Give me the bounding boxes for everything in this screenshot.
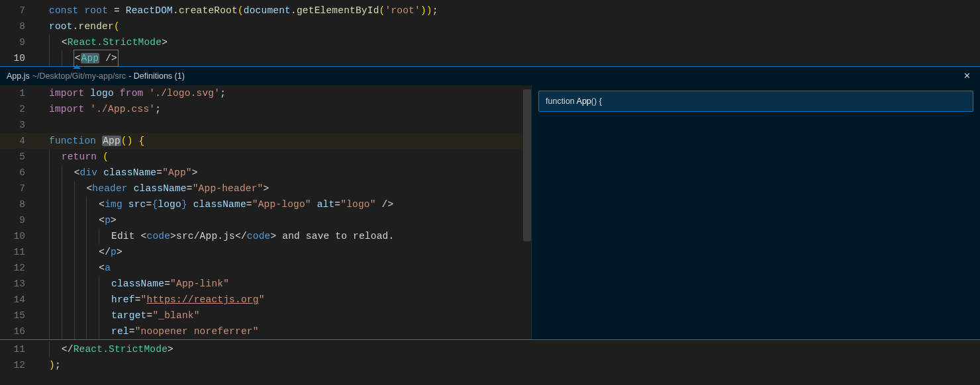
code-content[interactable]: <p>: [37, 212, 117, 228]
code-line[interactable]: 9 <React.StrictMode>: [0, 34, 980, 50]
line-number: 12: [0, 357, 37, 373]
peek-anchor-caret: [73, 65, 81, 69]
code-content[interactable]: return (: [37, 149, 109, 165]
line-number: 2: [0, 101, 37, 117]
code-line[interactable]: 12);: [0, 357, 980, 373]
code-content[interactable]: import logo from './logo.svg';: [37, 85, 226, 101]
line-number: 15: [0, 308, 37, 323]
scrollbar-thumb[interactable]: [523, 89, 531, 241]
code-content[interactable]: href="https://reactjs.org": [37, 292, 265, 308]
peek-suffix: - Definitions (1): [128, 68, 185, 84]
code-line[interactable]: 11 </p>: [0, 244, 531, 260]
code-line[interactable]: 1import logo from './logo.svg';: [0, 85, 531, 101]
line-number: 14: [0, 292, 37, 308]
code-content[interactable]: root.render(: [37, 19, 120, 34]
code-content[interactable]: <a: [37, 260, 111, 276]
close-icon[interactable]: ✕: [961, 67, 973, 85]
line-number: 10: [0, 228, 37, 244]
code-content[interactable]: className="App-link": [37, 276, 229, 292]
code-content[interactable]: target="_blank": [37, 308, 200, 323]
line-number: 13: [0, 276, 37, 292]
code-line[interactable]: 8 <img src={logo} className="App-logo" a…: [0, 196, 531, 212]
code-line[interactable]: 2import './App.css';: [0, 101, 531, 117]
peek-filename[interactable]: App.js: [7, 68, 30, 84]
code-line[interactable]: 10 <App />: [0, 50, 980, 66]
line-number: 12: [0, 260, 37, 276]
line-number: 8: [0, 19, 37, 34]
line-number: 4: [0, 133, 37, 149]
line-number: 1: [0, 85, 37, 101]
code-content[interactable]: function App() {: [37, 133, 144, 149]
line-number: 6: [0, 165, 37, 181]
code-content[interactable]: <React.StrictMode>: [37, 34, 168, 50]
code-line[interactable]: 9 <p>: [0, 212, 531, 228]
code-line[interactable]: 16 rel="noopener noreferrer": [0, 323, 531, 339]
line-number: 9: [0, 34, 37, 50]
main-editor-lower[interactable]: 11 </React.StrictMode>12);: [0, 340, 980, 373]
line-number: 5: [0, 149, 37, 165]
main-editor-upper[interactable]: 7const root = ReactDOM.createRoot(docume…: [0, 0, 980, 66]
code-content[interactable]: <header className="App-header">: [37, 181, 269, 196]
line-number: 9: [0, 212, 37, 228]
code-line[interactable]: 12 <a: [0, 260, 531, 276]
code-line[interactable]: 7const root = ReactDOM.createRoot(docume…: [0, 3, 980, 19]
code-line[interactable]: 14 href="https://reactjs.org": [0, 292, 531, 308]
code-content[interactable]: </p>: [37, 244, 122, 260]
code-line[interactable]: 3: [0, 117, 531, 133]
code-content[interactable]: );: [37, 357, 61, 373]
code-line[interactable]: 15 target="_blank": [0, 308, 531, 323]
code-line[interactable]: 6 <div className="App">: [0, 165, 531, 181]
code-content[interactable]: <div className="App">: [37, 165, 198, 181]
line-number: 11: [0, 341, 37, 357]
line-number: 8: [0, 196, 37, 212]
code-line[interactable]: 8root.render(: [0, 19, 980, 34]
code-content[interactable]: import './App.css';: [37, 101, 161, 117]
peek-header: App.js ~/Desktop/Git/my-app/src - Defini…: [0, 67, 980, 85]
peek-editor[interactable]: 1import logo from './logo.svg';2import '…: [0, 85, 531, 339]
line-number: 7: [0, 181, 37, 196]
definition-list-item[interactable]: function App() {: [538, 91, 973, 112]
code-line[interactable]: 11 </React.StrictMode>: [0, 341, 980, 357]
peek-filepath: ~/Desktop/Git/my-app/src: [32, 68, 126, 84]
code-content[interactable]: Edit <code>src/App.js</code> and save to…: [37, 228, 394, 244]
code-line[interactable]: 7 <header className="App-header">: [0, 181, 531, 196]
code-content[interactable]: rel="noopener noreferrer": [37, 323, 259, 339]
editor-root: 7const root = ReactDOM.createRoot(docume…: [0, 0, 980, 385]
code-line[interactable]: 10 Edit <code>src/App.js</code> and save…: [0, 228, 531, 244]
line-number: 11: [0, 244, 37, 260]
peek-definitions-list: function App() {: [531, 85, 980, 339]
code-line[interactable]: 13 className="App-link": [0, 276, 531, 292]
line-number: 7: [0, 3, 37, 19]
code-line[interactable]: 4function App() {: [0, 133, 531, 149]
line-number: 3: [0, 117, 37, 133]
line-number: 16: [0, 323, 37, 339]
code-content[interactable]: </React.StrictMode>: [37, 341, 173, 357]
code-content[interactable]: const root = ReactDOM.createRoot(documen…: [37, 3, 438, 19]
code-content[interactable]: <img src={logo} className="App-logo" alt…: [37, 196, 393, 212]
peek-definitions-panel: App.js ~/Desktop/Git/my-app/src - Defini…: [0, 66, 980, 340]
line-number: 10: [0, 50, 37, 66]
code-line[interactable]: 5 return (: [0, 149, 531, 165]
